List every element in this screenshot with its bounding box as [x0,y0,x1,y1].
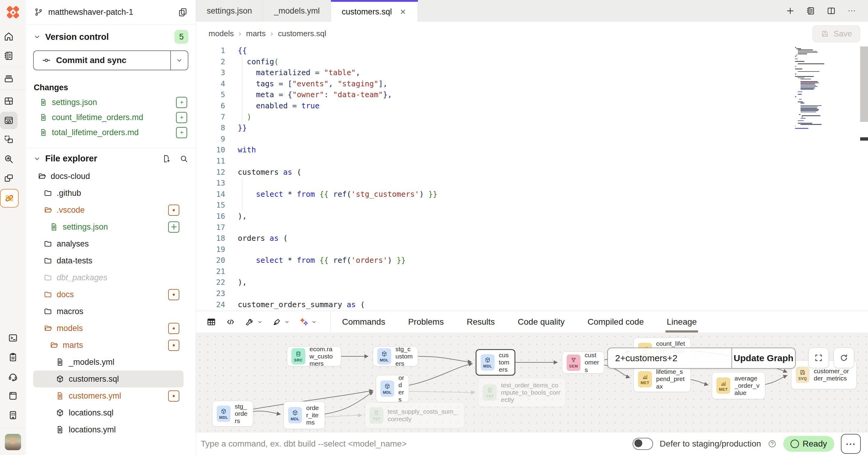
lineage-node-average_order_value[interactable]: METaverage_order_value [712,372,765,399]
minimap[interactable] [795,47,848,129]
stage-file-button[interactable] [176,97,187,108]
code-line[interactable]: 1{{ [196,45,868,56]
panel-tool-sparkle[interactable] [296,317,320,327]
fullscreen-button[interactable] [808,348,829,368]
tree-item-data-tests[interactable]: data-tests [33,252,184,269]
editor-tab-settings.json[interactable]: settings.json [196,0,263,22]
added-badge[interactable] [168,222,179,233]
rail-organization-icon[interactable] [4,406,22,424]
tree-item-models[interactable]: models [33,320,184,337]
panel-tab-Lineage[interactable]: Lineage [655,311,708,333]
lineage-graph[interactable]: SRCecom.raw_customersMDLstg_customersMDL… [196,333,868,432]
new-file-icon[interactable] [162,154,171,163]
new-tab-icon[interactable] [785,6,795,16]
tree-item-_models.yml[interactable]: _models.yml [33,353,184,371]
help-icon[interactable] [768,439,777,448]
rail-windows-icon[interactable] [0,170,18,187]
rail-copilot-icon[interactable] [0,189,19,207]
lineage-node-ecom.raw_customers[interactable]: SRCecom.raw_customers [287,346,341,366]
branch-name[interactable]: matthewshaver-patch-1 [48,7,173,17]
code-line[interactable]: 13 [196,178,868,189]
command-input[interactable] [196,439,632,449]
lineage-node-lifetime_spend_pretax[interactable]: METlifetime_spend_pretax [633,366,691,392]
breadcrumb-item[interactable]: customers.sql [278,29,326,38]
rail-archive-icon[interactable] [0,70,18,87]
notebook-icon[interactable] [806,6,815,16]
tree-item-.github[interactable]: .github [33,184,184,202]
rail-selection-icon[interactable] [0,131,18,148]
tree-item-.vscode[interactable]: .vscode [33,202,184,219]
chevron-down-icon[interactable] [33,155,41,163]
panel-tool-results-table[interactable] [203,317,219,327]
copy-branch-icon[interactable] [178,7,188,17]
panel-tab-Problems[interactable]: Problems [397,311,455,333]
refresh-graph-button[interactable] [834,348,854,368]
editor-tab-_models.yml[interactable]: _models.yml [263,0,331,22]
tree-item-locations.sql[interactable]: locations.sql [33,404,184,421]
code-line[interactable]: 19 [196,244,868,255]
lineage-node-order_items[interactable]: MDLorder_items [284,401,325,429]
dbt-logo-icon[interactable] [5,5,21,20]
rail-headset-icon[interactable] [4,368,22,385]
lineage-node-test_supply_costs_sum_correctly[interactable]: TSTtest_supply_costs_sum_correctly [365,402,464,428]
lineage-node-stg_customers[interactable]: MDLstg_customers [373,346,418,366]
rail-notebook-icon[interactable] [0,47,18,64]
lineage-node-orders[interactable]: MDLorders [376,375,409,402]
chevron-down-icon[interactable] [33,33,41,41]
tree-item-marts[interactable]: marts [33,337,184,353]
panel-tool-code-preview[interactable] [222,317,239,327]
code-line[interactable]: 5 meta = {"owner": "data-team"}, [196,89,868,101]
code-line[interactable]: 22), [196,277,868,288]
lineage-selector-input[interactable] [608,348,732,368]
editor-tab-customers.sql[interactable]: customers.sql [331,0,418,22]
code-line[interactable]: 7 ) [196,112,868,123]
rail-insights-icon[interactable] [0,150,18,168]
breadcrumb-item[interactable]: marts [246,29,266,38]
update-graph-button[interactable]: Update Graph [732,348,795,368]
chevron-down-icon[interactable] [311,319,317,325]
more-options-icon[interactable] [847,6,857,16]
panel-tab-Compiled code[interactable]: Compiled code [576,311,655,333]
changed-file-row[interactable]: total_lifetime_orders.md [33,125,188,140]
tree-item-customers.sql[interactable]: customers.sql [33,371,184,388]
tree-item-dbt_packages[interactable]: dbt_packages [33,269,184,286]
panel-tab-Code quality[interactable]: Code quality [506,311,576,333]
breadcrumb-item[interactable]: models [209,29,234,38]
chevron-down-icon[interactable] [284,319,290,325]
changed-file-row[interactable]: settings.json [33,95,188,110]
commit-and-sync-button[interactable]: Commit and sync [33,50,188,70]
lineage-node-customers[interactable]: MDLcustomers [475,349,516,376]
lineage-node-test_order_items_compute_to_bools_correctly[interactable]: TSTtest_order_items_compute_to_bools_cor… [478,378,566,407]
status-more-button[interactable]: ⋯ [841,434,861,454]
code-line[interactable]: 20 select * from {{ ref('orders') }} [196,255,868,266]
stage-file-button[interactable] [176,127,187,138]
tree-item-analyses[interactable]: analyses [33,235,184,252]
defer-toggle[interactable] [632,438,653,450]
panel-tool-test[interactable] [269,317,293,327]
code-line[interactable]: 4 tags = ["events", "staging"], [196,79,868,90]
code-line[interactable]: 18orders as ( [196,233,868,244]
code-line[interactable]: 9 [196,134,868,145]
tree-item-macros[interactable]: macros [33,303,184,320]
panel-tab-Results[interactable]: Results [455,311,506,333]
panel-tab-Commands[interactable]: Commands [331,311,397,333]
close-tab-icon[interactable] [399,8,407,16]
code-line[interactable]: 11 [196,156,868,167]
status-badge[interactable]: Ready [783,436,834,452]
editor-scrollbar[interactable] [860,47,868,122]
code-line[interactable]: 21 [196,266,868,277]
code-editor[interactable]: 1{{2 config(3 materialized = "table",4 t… [196,45,868,311]
user-avatar[interactable] [5,434,21,450]
rail-home-icon[interactable] [0,28,18,45]
stage-file-button[interactable] [176,112,187,123]
split-editor-icon[interactable] [827,6,836,16]
rail-terminal-icon[interactable] [4,329,22,347]
commit-options-caret[interactable] [170,51,188,70]
code-line[interactable]: 3 materialized = "table", [196,67,868,79]
rail-dashboard-icon[interactable] [0,92,18,110]
code-line[interactable]: 15 [196,200,868,211]
code-line[interactable]: 24customer_orders_summary as ( [196,299,868,311]
code-line[interactable]: 2 config( [196,56,868,67]
code-line[interactable]: 6 enabled = true [196,101,868,112]
rail-ide-icon[interactable] [0,112,18,129]
